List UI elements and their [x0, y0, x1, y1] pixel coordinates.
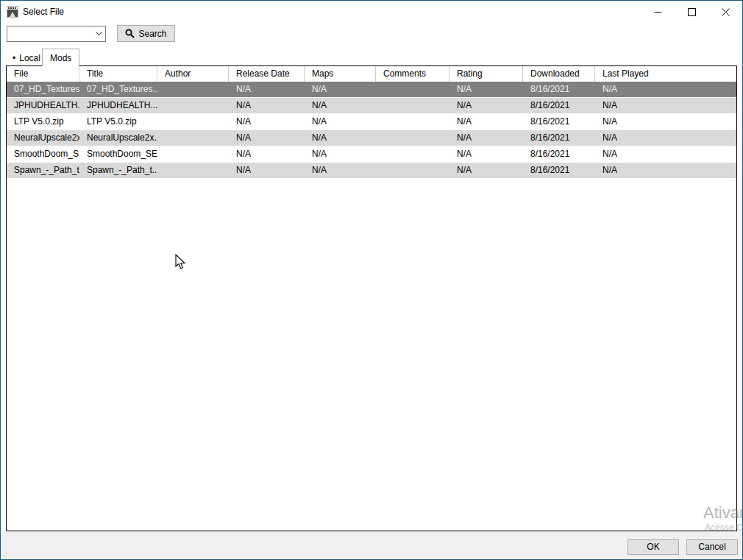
cell-author: [157, 146, 229, 163]
column-header-title[interactable]: Title: [79, 66, 157, 82]
cell-comments: [376, 114, 449, 130]
tab-local-bullet: •: [13, 54, 15, 63]
table-row[interactable]: LTP V5.0.zipLTP V5.0.zipN/AN/AN/A8/16/20…: [7, 114, 736, 130]
table-row[interactable]: JPHUDHEALTH...JPHUDHEALTH...N/AN/AN/A8/1…: [7, 98, 736, 114]
cell-maps: N/A: [305, 98, 376, 113]
window-title: Select File: [23, 1, 64, 23]
cell-file: Spawn_-_Path_t...: [7, 163, 79, 178]
cell-file: LTP V5.0.zip: [7, 114, 79, 130]
cell-maps: N/A: [305, 114, 376, 130]
combobox-input[interactable]: [7, 26, 92, 41]
column-header-release_date[interactable]: Release Date: [229, 66, 305, 82]
table-row[interactable]: SmoothDoom_SE...SmoothDoom_SE...N/AN/AN/…: [7, 146, 736, 163]
search-icon: [125, 29, 135, 38]
cell-title: 07_HD_Textures....: [79, 82, 157, 97]
cell-file: 07_HD_Textures....: [7, 82, 79, 97]
cell-last_played: N/A: [595, 130, 736, 146]
cell-last_played: N/A: [595, 163, 736, 178]
cell-downloaded: 8/16/2021: [523, 130, 595, 146]
cell-last_played: N/A: [595, 146, 736, 163]
column-header-rating[interactable]: Rating: [449, 66, 523, 82]
column-header-downloaded[interactable]: Downloaded: [523, 66, 595, 82]
cell-comments: [376, 82, 449, 97]
cell-rating: N/A: [449, 114, 523, 130]
cell-comments: [376, 98, 449, 113]
ok-button[interactable]: OK: [628, 539, 679, 555]
column-header-comments[interactable]: Comments: [376, 66, 449, 82]
cell-release_date: N/A: [229, 130, 305, 146]
cell-release_date: N/A: [229, 163, 305, 178]
table-header-row: FileTitleAuthorRelease DateMapsCommentsR…: [7, 66, 736, 82]
cell-release_date: N/A: [229, 82, 305, 97]
cell-rating: N/A: [449, 98, 523, 113]
cell-title: LTP V5.0.zip: [79, 114, 157, 130]
cell-release_date: N/A: [229, 114, 305, 130]
select-file-dialog: Select File Search •: [0, 0, 743, 560]
table-row[interactable]: 07_HD_Textures....07_HD_Textures....N/AN…: [7, 82, 736, 98]
cell-comments: [376, 130, 449, 146]
cell-release_date: N/A: [229, 146, 305, 163]
column-header-maps[interactable]: Maps: [305, 66, 376, 82]
cell-downloaded: 8/16/2021: [523, 82, 595, 97]
titlebar: Select File: [1, 1, 742, 23]
cell-last_played: N/A: [595, 114, 736, 130]
close-button[interactable]: [708, 1, 742, 23]
cell-rating: N/A: [449, 82, 523, 97]
cell-maps: N/A: [305, 130, 376, 146]
window-controls: [641, 1, 742, 23]
cell-maps: N/A: [305, 146, 376, 163]
tab-local-label: Local: [19, 53, 40, 63]
cell-last_played: N/A: [595, 98, 736, 113]
cell-comments: [376, 163, 449, 178]
cell-rating: N/A: [449, 163, 523, 178]
cell-maps: N/A: [305, 82, 376, 97]
tab-mods[interactable]: Mods: [42, 49, 79, 66]
file-table: FileTitleAuthorRelease DateMapsCommentsR…: [6, 65, 737, 531]
cell-last_played: N/A: [595, 82, 736, 97]
app-icon: [7, 6, 18, 18]
cell-maps: N/A: [305, 163, 376, 178]
cell-title: NeuralUpscale2x...: [79, 130, 157, 146]
cell-file: NeuralUpscale2x...: [7, 130, 79, 146]
file-filter-combobox[interactable]: [7, 26, 106, 42]
tab-mods-label: Mods: [50, 53, 71, 63]
column-header-last_played[interactable]: Last Played: [595, 66, 736, 82]
column-header-author[interactable]: Author: [157, 66, 229, 82]
cell-title: Spawn_-_Path_t...: [79, 163, 157, 178]
table-row[interactable]: NeuralUpscale2x...NeuralUpscale2x...N/AN…: [7, 130, 736, 146]
cell-downloaded: 8/16/2021: [523, 146, 595, 163]
minimize-button[interactable]: [641, 1, 675, 23]
search-button-label: Search: [138, 29, 166, 39]
cell-comments: [376, 146, 449, 163]
cancel-button[interactable]: Cancel: [686, 539, 738, 555]
table-body: 07_HD_Textures....07_HD_Textures....N/AN…: [7, 82, 736, 179]
cell-downloaded: 8/16/2021: [523, 163, 595, 178]
tab-local[interactable]: • Local: [7, 50, 46, 65]
cell-release_date: N/A: [229, 98, 305, 113]
cell-file: JPHUDHEALTH...: [7, 98, 79, 113]
cell-file: SmoothDoom_SE...: [7, 146, 79, 163]
cell-title: SmoothDoom_SE...: [79, 146, 157, 163]
cell-rating: N/A: [449, 130, 523, 146]
cell-author: [157, 114, 229, 130]
cell-title: JPHUDHEALTH...: [79, 98, 157, 113]
table-row[interactable]: Spawn_-_Path_t...Spawn_-_Path_t...N/AN/A…: [7, 163, 736, 179]
cell-downloaded: 8/16/2021: [523, 98, 595, 113]
cell-rating: N/A: [449, 146, 523, 163]
chevron-down-icon[interactable]: [92, 26, 105, 41]
maximize-button[interactable]: [675, 1, 708, 23]
cell-author: [157, 82, 229, 97]
search-button[interactable]: Search: [117, 25, 175, 42]
cell-author: [157, 98, 229, 113]
column-header-file[interactable]: File: [7, 66, 79, 82]
cell-author: [157, 130, 229, 146]
cell-downloaded: 8/16/2021: [523, 114, 595, 130]
cell-author: [157, 163, 229, 178]
